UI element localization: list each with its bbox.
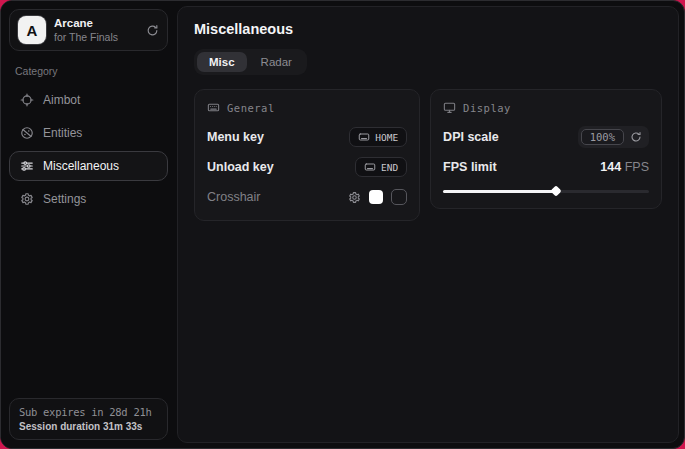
crosshair-color-swatch[interactable] (369, 190, 383, 204)
main-panel: Miscellaneous Misc Radar General Menu ke… (177, 6, 679, 443)
display-card: Display DPI scale 100% FPS limit (430, 89, 662, 209)
fps-slider-thumb[interactable] (551, 185, 562, 196)
menu-key-value: HOME (375, 132, 398, 143)
display-card-header: Display (443, 101, 649, 114)
dpi-scale-value[interactable]: 100% (581, 129, 624, 145)
page-title: Miscellaneous (194, 21, 662, 37)
app-subtitle: for The Finals (54, 31, 138, 43)
sidebar: A Arcane for The Finals Category Aimbot (1, 1, 176, 448)
profile-card[interactable]: A Arcane for The Finals (9, 9, 168, 51)
profile-meta: Arcane for The Finals (54, 17, 138, 42)
unload-key-row: Unload key END (207, 155, 407, 179)
crosshair-controls (348, 189, 407, 205)
sidebar-item-label: Entities (43, 126, 82, 140)
general-card: General Menu key HOME Unload key (194, 89, 420, 221)
sidebar-item-label: Settings (43, 192, 86, 206)
sidebar-item-aimbot[interactable]: Aimbot (9, 85, 168, 115)
menu-key-label: Menu key (207, 130, 264, 144)
fps-limit-value: 144 FPS (600, 160, 649, 174)
sidebar-item-settings[interactable]: Settings (9, 184, 168, 214)
crosshair-settings-gear-icon[interactable] (348, 191, 361, 204)
keyboard-icon (364, 161, 376, 173)
cards-row: General Menu key HOME Unload key (194, 89, 662, 221)
keyboard-icon (358, 131, 370, 143)
tab-radar[interactable]: Radar (249, 52, 304, 72)
crosshair-checkbox[interactable] (391, 189, 407, 205)
monitor-icon (443, 101, 456, 114)
unload-key-label: Unload key (207, 160, 274, 174)
subscription-card: Sub expires in 28d 21h Session duration … (9, 398, 168, 440)
sliders-icon (19, 159, 34, 173)
fps-limit-slider[interactable] (443, 185, 649, 197)
sidebar-item-entities[interactable]: Entities (9, 118, 168, 148)
fps-slider-fill (443, 190, 556, 193)
avatar: A (18, 16, 46, 44)
fps-limit-label: FPS limit (443, 160, 496, 174)
entities-icon (19, 126, 34, 140)
app-window: A Arcane for The Finals Category Aimbot (0, 0, 685, 449)
tab-misc[interactable]: Misc (197, 52, 247, 72)
sub-expires-text: Sub expires in 28d 21h (19, 406, 158, 418)
gear-icon (19, 192, 34, 206)
fps-limit-row: FPS limit 144 FPS (443, 155, 649, 179)
menu-key-row: Menu key HOME (207, 125, 407, 149)
keyboard-icon (207, 101, 220, 114)
fps-unit: FPS (625, 160, 649, 174)
general-card-header: General (207, 101, 407, 114)
sidebar-nav: Aimbot Entities Miscellaneous (9, 85, 168, 214)
crosshair-icon (19, 93, 34, 107)
fps-number: 144 (600, 160, 621, 174)
sidebar-item-label: Miscellaneous (43, 159, 119, 173)
unload-key-value: END (381, 162, 398, 173)
session-duration-text: Session duration 31m 33s (19, 421, 158, 432)
dpi-scale-control[interactable]: 100% (578, 126, 649, 148)
category-label: Category (15, 65, 162, 77)
sidebar-item-label: Aimbot (43, 93, 80, 107)
dpi-scale-label: DPI scale (443, 130, 499, 144)
crosshair-row: Crosshair (207, 185, 407, 209)
dpi-reset-icon[interactable] (630, 131, 642, 143)
unload-key-bind-button[interactable]: END (355, 157, 407, 177)
menu-key-bind-button[interactable]: HOME (349, 127, 407, 147)
tab-bar: Misc Radar (194, 49, 307, 75)
dpi-scale-row: DPI scale 100% (443, 125, 649, 149)
sidebar-item-miscellaneous[interactable]: Miscellaneous (9, 151, 168, 181)
refresh-icon[interactable] (146, 24, 159, 37)
display-card-title: Display (463, 102, 511, 114)
general-card-title: General (227, 102, 275, 114)
app-name: Arcane (54, 17, 138, 30)
crosshair-label: Crosshair (207, 190, 261, 204)
